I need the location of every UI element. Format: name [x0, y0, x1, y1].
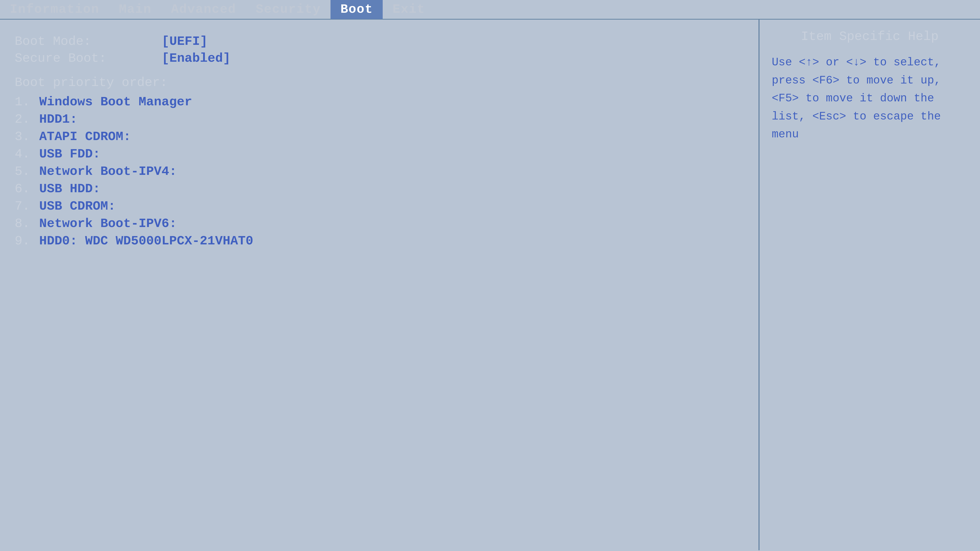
secure-boot-label: Secure Boot:: [15, 51, 162, 66]
boot-mode-value[interactable]: [UEFI]: [162, 34, 207, 49]
boot-mode-label: Boot Mode:: [15, 34, 162, 49]
boot-mode-row: Boot Mode: [UEFI]: [15, 34, 744, 49]
help-panel: Item Specific Help Use <↑> or <↓> to sel…: [759, 20, 980, 550]
bios-screen: Information Main Advanced Security Boot …: [0, 0, 980, 551]
help-panel-text: Use <↑> or <↓> to select, press <F6> to …: [772, 54, 968, 144]
boot-item-8-number: 8.: [15, 216, 39, 231]
boot-item-4[interactable]: 4. USB FDD:: [15, 147, 744, 161]
boot-item-7-number: 7.: [15, 199, 39, 214]
menu-item-boot[interactable]: Boot: [331, 0, 383, 19]
boot-item-7-name: USB CDROM:: [39, 199, 116, 214]
boot-item-9-number: 9.: [15, 234, 39, 248]
boot-item-9[interactable]: 9. HDD0: WDC WD5000LPCX-21VHAT0: [15, 234, 744, 248]
main-panel: Boot Mode: [UEFI] Secure Boot: [Enabled]…: [0, 20, 759, 550]
menu-item-information[interactable]: Information: [0, 0, 109, 19]
boot-item-3[interactable]: 3. ATAPI CDROM:: [15, 130, 744, 144]
boot-item-4-name: USB FDD:: [39, 147, 100, 161]
boot-item-8[interactable]: 8. Network Boot-IPV6:: [15, 216, 744, 231]
boot-item-6[interactable]: 6. USB HDD:: [15, 182, 744, 196]
boot-item-3-name: ATAPI CDROM:: [39, 130, 131, 144]
boot-item-8-name: Network Boot-IPV6:: [39, 216, 177, 231]
secure-boot-row: Secure Boot: [Enabled]: [15, 51, 744, 66]
menu-item-security[interactable]: Security: [246, 0, 331, 19]
boot-item-1-name: Windows Boot Manager: [39, 95, 192, 109]
boot-item-1-number: 1.: [15, 95, 39, 109]
boot-item-2[interactable]: 2. HDD1:: [15, 112, 744, 127]
boot-item-1[interactable]: 1. Windows Boot Manager: [15, 95, 744, 109]
boot-item-5[interactable]: 5. Network Boot-IPV4:: [15, 164, 744, 179]
menu-item-advanced[interactable]: Advanced: [161, 0, 246, 19]
menu-item-exit[interactable]: Exit: [383, 0, 435, 19]
boot-item-4-number: 4.: [15, 147, 39, 161]
boot-item-6-name: USB HDD:: [39, 182, 100, 196]
menu-bar: Information Main Advanced Security Boot …: [0, 0, 980, 20]
boot-item-2-name: HDD1:: [39, 112, 78, 127]
boot-item-7[interactable]: 7. USB CDROM:: [15, 199, 744, 214]
boot-item-5-number: 5.: [15, 164, 39, 179]
help-panel-title: Item Specific Help: [772, 29, 968, 44]
boot-item-5-name: Network Boot-IPV4:: [39, 164, 177, 179]
boot-item-3-number: 3.: [15, 130, 39, 144]
content-wrapper: Boot Mode: [UEFI] Secure Boot: [Enabled]…: [0, 20, 980, 550]
boot-priority-title: Boot priority order:: [15, 75, 744, 90]
secure-boot-value[interactable]: [Enabled]: [162, 51, 231, 66]
boot-item-6-number: 6.: [15, 182, 39, 196]
menu-item-main[interactable]: Main: [109, 0, 161, 19]
boot-item-9-name: HDD0: WDC WD5000LPCX-21VHAT0: [39, 234, 253, 248]
boot-item-2-number: 2.: [15, 112, 39, 127]
